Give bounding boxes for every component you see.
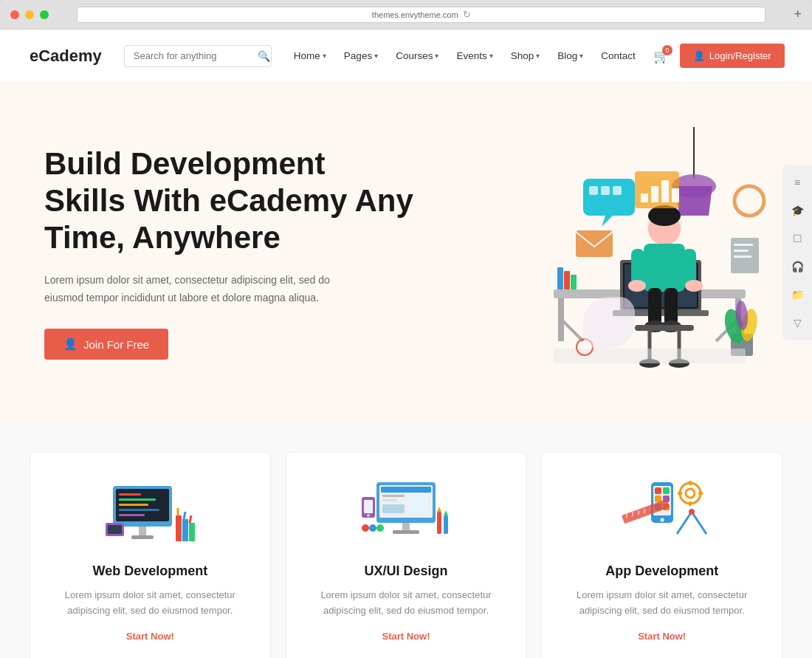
svg-rect-36: [613, 186, 622, 195]
svg-rect-73: [382, 495, 405, 497]
svg-rect-74: [382, 499, 397, 501]
svg-rect-61: [131, 535, 154, 539]
hero-title: Build Development Skills With eCademy An…: [44, 145, 413, 257]
svg-point-99: [686, 489, 695, 498]
svg-rect-63: [182, 519, 188, 541]
hero-text: Build Development Skills With eCademy An…: [44, 145, 413, 360]
svg-line-66: [184, 512, 185, 519]
svg-marker-33: [602, 216, 613, 227]
svg-point-98: [680, 483, 701, 504]
card-1-title: Web Development: [92, 563, 207, 579]
svg-point-21: [628, 280, 646, 292]
svg-line-6: [561, 319, 583, 341]
svg-rect-59: [119, 514, 145, 516]
nav-item-contact[interactable]: Contact: [593, 46, 643, 66]
nav-item-home[interactable]: Home ▾: [286, 46, 334, 66]
svg-rect-9: [564, 271, 570, 289]
svg-rect-72: [381, 487, 431, 493]
svg-rect-32: [583, 179, 635, 216]
browser-window: themes.envytheme.com ↻ + eCademy 🔍 Home …: [0, 0, 812, 658]
user-icon: 👤: [63, 337, 78, 351]
svg-rect-10: [571, 275, 577, 289]
svg-point-22: [685, 280, 703, 292]
card-3-title: App Development: [605, 563, 718, 579]
svg-rect-34: [589, 186, 598, 195]
svg-rect-58: [119, 509, 159, 511]
sidebar-icon-user[interactable]: 🎓: [788, 202, 806, 219]
svg-point-81: [367, 514, 370, 517]
card-1-desc: Lorem ipsum dolor sit amet, consectetur …: [48, 588, 252, 619]
svg-rect-76: [382, 504, 405, 513]
chevron-down-icon: ▾: [323, 52, 326, 60]
svg-marker-2: [675, 186, 712, 216]
user-icon: 👤: [693, 50, 705, 61]
search-input[interactable]: [134, 50, 252, 61]
refresh-icon[interactable]: ↻: [463, 9, 471, 20]
svg-rect-62: [176, 515, 182, 541]
web-dev-icon: [98, 475, 202, 549]
svg-rect-23: [648, 288, 661, 325]
new-tab-button[interactable]: +: [794, 7, 802, 22]
svg-point-47: [734, 186, 764, 216]
svg-rect-84: [444, 515, 448, 534]
nav-item-courses[interactable]: Courses ▾: [388, 46, 446, 66]
svg-line-109: [677, 512, 692, 534]
card-ux-design: UX/UI Design Lorem ipsum dolor sit amet,…: [286, 452, 527, 658]
chevron-down-icon: ▾: [579, 52, 583, 60]
sidebar-icon-list[interactable]: ≡: [788, 174, 806, 191]
svg-rect-102: [678, 492, 682, 495]
nav-item-blog[interactable]: Blog ▾: [550, 46, 591, 66]
card-3-desc: Lorem ipsum dolor sit amet, consectetur …: [560, 588, 764, 619]
svg-rect-40: [661, 180, 669, 202]
nav-links: Home ▾ Pages ▾ Courses ▾ Events ▾ Shop: [286, 44, 785, 69]
decoration-blob: [583, 297, 635, 349]
maximize-dot[interactable]: [40, 10, 49, 19]
svg-point-17: [648, 205, 681, 226]
minimize-dot[interactable]: [25, 10, 34, 19]
svg-rect-27: [635, 325, 694, 331]
address-text: themes.envytheme.com: [372, 10, 458, 19]
card-1-link[interactable]: Start Now!: [126, 631, 174, 642]
svg-rect-46: [734, 256, 751, 258]
search-bar[interactable]: 🔍: [124, 45, 272, 67]
nav-item-shop[interactable]: Shop ▾: [503, 46, 548, 66]
join-button[interactable]: 👤 Join For Free: [44, 329, 168, 360]
svg-point-91: [660, 518, 664, 522]
cards-section: Web Development Lorem ipsum dolor sit am…: [0, 422, 812, 658]
card-2-title: UX/UI Design: [364, 563, 447, 579]
login-button[interactable]: 👤 Login/Register: [680, 44, 785, 68]
svg-rect-42: [576, 230, 613, 257]
svg-rect-35: [601, 186, 610, 195]
svg-rect-44: [734, 244, 753, 246]
svg-rect-82: [437, 512, 441, 534]
svg-rect-77: [402, 523, 410, 530]
svg-point-111: [689, 509, 695, 515]
svg-rect-101: [689, 501, 692, 506]
nav-item-events[interactable]: Events ▾: [449, 46, 500, 66]
search-icon: 🔍: [258, 50, 270, 62]
svg-rect-55: [119, 493, 141, 496]
svg-rect-64: [189, 523, 195, 541]
sidebar-icon-filter[interactable]: ▽: [788, 314, 806, 332]
svg-rect-75: [407, 495, 428, 514]
svg-rect-8: [557, 267, 563, 289]
svg-rect-80: [364, 500, 373, 513]
sidebar-icon-headset[interactable]: 🎧: [788, 258, 806, 275]
sidebar-icons: ≡ 🎓 ☐ 🎧 📁 ▽: [782, 165, 812, 340]
nav-item-pages[interactable]: Pages ▾: [337, 46, 385, 66]
ux-design-icon: [354, 475, 458, 549]
hero-illustration: [413, 112, 768, 393]
sidebar-icon-folder[interactable]: 📁: [788, 286, 806, 304]
cart-button[interactable]: 🛒 0: [646, 44, 677, 69]
chevron-down-icon: ▾: [536, 52, 540, 60]
card-2-link[interactable]: Start Now!: [382, 631, 430, 642]
svg-rect-24: [664, 288, 678, 325]
svg-rect-93: [663, 487, 670, 494]
card-app-development: App Development Lorem ipsum dolor sit am…: [541, 452, 782, 658]
card-3-link[interactable]: Start Now!: [638, 631, 686, 642]
close-dot[interactable]: [10, 10, 19, 19]
cart-badge: 0: [662, 45, 672, 55]
svg-rect-92: [655, 487, 661, 494]
hero-description: Lorem ipsum dolor sit amet, consectetur …: [44, 272, 369, 307]
sidebar-icon-device[interactable]: ☐: [788, 230, 806, 247]
